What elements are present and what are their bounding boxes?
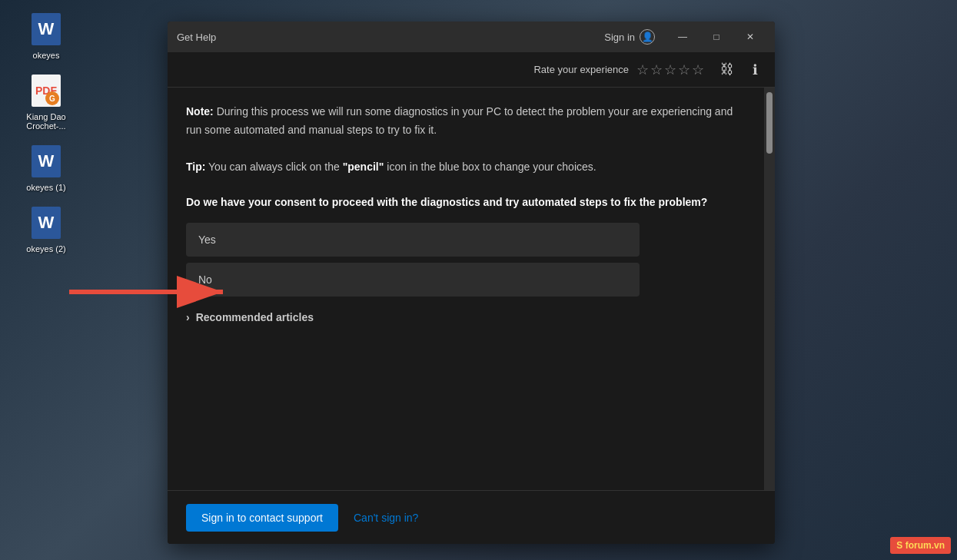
maximize-button[interactable]: □ <box>701 26 732 48</box>
forum-name: forum.vn <box>905 540 945 551</box>
pdf-icon: PDF G <box>32 75 61 107</box>
rate-label: Rate your experience <box>533 64 629 75</box>
close-button[interactable]: ✕ <box>735 26 766 48</box>
window-controls: — □ ✕ <box>667 26 766 48</box>
note-block: Note: During this process we will run so… <box>186 103 746 140</box>
word-icon-2: W <box>32 145 61 177</box>
desktop-icon-word1[interactable]: W okeyes <box>28 8 65 63</box>
note-text: During this process we will run some dia… <box>186 105 733 136</box>
star-3[interactable]: ☆ <box>664 61 676 78</box>
recommended-label: Recommended articles <box>196 309 314 326</box>
note-label: Note: <box>186 105 214 118</box>
yes-button[interactable]: Yes <box>186 223 640 257</box>
recommended-header[interactable]: › Recommended articles <box>186 309 746 326</box>
forum-badge: S forum.vn <box>890 537 951 554</box>
tip-block: Tip: You can always click on the "pencil… <box>186 158 746 175</box>
scrollbar-track[interactable] <box>764 88 775 490</box>
no-button[interactable]: No <box>186 263 640 297</box>
forum-brand: S <box>896 540 905 551</box>
icon-label-word3: okeyes (2) <box>26 244 65 253</box>
share-icon[interactable]: ⛓ <box>716 59 738 81</box>
tip-text-after: icon in the blue box to change your choi… <box>387 161 596 173</box>
title-bar: Get Help Sign in 👤 — □ ✕ <box>168 22 775 52</box>
desktop-icon-pdf[interactable]: PDF G Kiang Dao Crochet-... <box>12 69 80 134</box>
get-help-window: Get Help Sign in 👤 — □ ✕ Rate your exper… <box>168 22 775 544</box>
title-bar-left: Get Help <box>177 31 216 43</box>
star-4[interactable]: ☆ <box>678 61 690 78</box>
window-title: Get Help <box>177 31 216 43</box>
main-content: Note: During this process we will run so… <box>168 88 764 490</box>
pdf-orange-badge: G <box>45 91 59 105</box>
sign-in-area[interactable]: Sign in 👤 <box>604 29 655 45</box>
icon-label-word1: okeyes <box>33 51 60 60</box>
title-bar-right: Sign in 👤 — □ ✕ <box>604 26 766 48</box>
top-bar-icons: ⛓ ℹ <box>716 59 766 81</box>
recommended-section: › Recommended articles <box>186 309 746 326</box>
consent-question: Do we have your consent to proceed with … <box>186 194 746 210</box>
scrollbar-thumb[interactable] <box>766 92 773 154</box>
sign-in-contact-button[interactable]: Sign in to contact support <box>186 504 338 532</box>
star-rating[interactable]: ☆ ☆ ☆ ☆ ☆ <box>636 61 704 78</box>
minimize-button[interactable]: — <box>667 26 698 48</box>
icon-label-pdf: Kiang Dao Crochet-... <box>15 112 77 131</box>
word-icon-1: W <box>32 13 61 45</box>
chevron-right-icon: › <box>186 309 190 326</box>
star-5[interactable]: ☆ <box>692 61 704 78</box>
info-icon[interactable]: ℹ <box>744 59 766 81</box>
red-arrow-indicator <box>61 273 238 311</box>
desktop-icon-word3[interactable]: W okeyes (2) <box>23 201 68 257</box>
word-icon-3: W <box>32 207 61 239</box>
tip-label: Tip: <box>186 161 205 173</box>
tip-text-before: You can always click on the <box>208 161 343 173</box>
content-area: Note: During this process we will run so… <box>168 88 775 490</box>
sign-in-label: Sign in <box>604 31 635 43</box>
desktop-icon-word2[interactable]: W okeyes (1) <box>23 140 68 195</box>
cant-sign-in-link[interactable]: Can't sign in? <box>354 512 418 524</box>
rating-bar: Rate your experience ☆ ☆ ☆ ☆ ☆ ⛓ ℹ <box>168 52 775 88</box>
user-icon: 👤 <box>640 29 655 45</box>
star-1[interactable]: ☆ <box>636 61 649 78</box>
star-2[interactable]: ☆ <box>650 61 663 78</box>
bottom-bar: Sign in to contact support Can't sign in… <box>168 490 775 544</box>
icon-label-word2: okeyes (1) <box>26 183 65 192</box>
pencil-word: "pencil" <box>343 161 384 173</box>
